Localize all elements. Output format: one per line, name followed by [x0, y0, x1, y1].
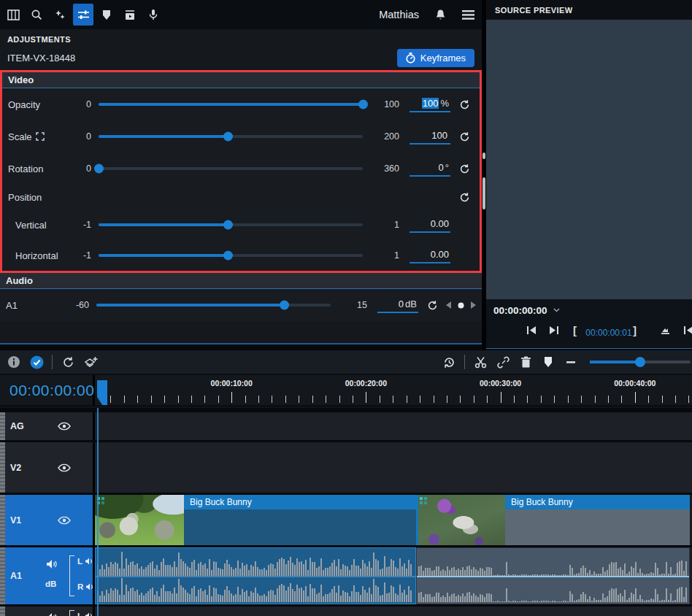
add-keyframe-icon[interactable] — [458, 302, 464, 309]
keyframes-button[interactable]: Keyframes — [397, 49, 474, 67]
clip-duration[interactable]: 00:00:00:01 — [585, 328, 633, 338]
track-ag-header[interactable]: AG — [0, 412, 95, 440]
track-a1-header[interactable]: A1 dB L R — [0, 547, 95, 604]
vertical-input[interactable]: 0.00 — [410, 217, 450, 233]
audio-clip-1[interactable] — [95, 547, 416, 604]
go-to-start-icon[interactable] — [683, 326, 692, 335]
refresh-icon[interactable] — [58, 353, 77, 371]
approve-check-icon[interactable] — [27, 353, 46, 371]
a1-input[interactable]: 0dB — [377, 297, 418, 313]
history-icon[interactable] — [439, 353, 458, 371]
add-layer-icon[interactable] — [81, 353, 100, 371]
track-v2-visibility-icon[interactable] — [58, 463, 71, 471]
track-a1-db-label[interactable]: dB — [45, 580, 56, 588]
scrollbar-mark[interactable] — [483, 153, 485, 159]
vertical-slider-handle[interactable] — [223, 220, 233, 230]
scale-reset-icon[interactable] — [455, 131, 474, 142]
track-v2-content[interactable] — [95, 442, 692, 493]
track-ag-content[interactable] — [95, 412, 692, 440]
opacity-slider-handle[interactable] — [358, 100, 368, 109]
track-drag-grip[interactable] — [0, 607, 5, 616]
track-drag-grip[interactable] — [0, 495, 5, 545]
go-to-in-icon[interactable] — [526, 326, 537, 335]
adjustments-icon[interactable] — [73, 4, 93, 26]
track-a1-mute-icon[interactable] — [46, 559, 58, 569]
video-clip-1[interactable]: Big Buck Bunny — [95, 495, 416, 545]
cut-icon[interactable] — [471, 353, 490, 371]
horizontal-input[interactable]: 0.00 — [410, 247, 450, 263]
zoom-out-icon[interactable] — [561, 353, 580, 371]
source-preview-viewport[interactable] — [486, 20, 692, 299]
track-ag-visibility-icon[interactable] — [58, 423, 71, 431]
rotation-slider-handle[interactable] — [94, 164, 104, 174]
scale-slider-handle[interactable] — [223, 132, 233, 142]
horizontal-row: Horizontal -1 1 0.00 — [2, 240, 480, 271]
scale-input[interactable]: 100 — [410, 128, 450, 145]
delete-icon[interactable] — [516, 353, 535, 371]
search-icon[interactable] — [26, 4, 47, 26]
track-v2-header[interactable]: V2 — [0, 442, 95, 493]
opacity-reset-icon[interactable] — [455, 99, 474, 110]
track-v1-content[interactable]: Big Buck Bunny Big Buck Bunny — [95, 495, 692, 545]
vertical-slider[interactable] — [99, 223, 363, 226]
track-a2-header[interactable]: L — [0, 607, 95, 616]
rotation-slider[interactable] — [99, 167, 363, 170]
scale-slider[interactable] — [99, 135, 363, 138]
track-a2-mute-icon[interactable] — [46, 612, 58, 616]
horizontal-slider-handle[interactable] — [223, 251, 233, 261]
go-to-out-icon[interactable] — [549, 326, 559, 335]
track-v1-header[interactable]: V1 — [0, 495, 95, 545]
mark-out-bracket[interactable]: ] — [633, 324, 637, 336]
track-drag-grip[interactable] — [0, 547, 5, 604]
position-reset-icon[interactable] — [455, 192, 474, 203]
horizontal-slider[interactable] — [99, 254, 363, 257]
channel-right[interactable]: R — [77, 582, 94, 591]
current-timecode[interactable]: 00:00:00:00 — [0, 375, 95, 405]
timeline-zoom-slider[interactable] — [590, 361, 691, 363]
export-icon[interactable] — [120, 4, 140, 26]
toolbar-right-group: Matthias — [379, 9, 474, 20]
scrollbar-thumb[interactable] — [483, 177, 485, 209]
marker-icon[interactable] — [96, 4, 117, 26]
opacity-slider[interactable] — [99, 103, 363, 106]
notifications-icon[interactable] — [435, 9, 446, 20]
audio-clip-2[interactable] — [416, 547, 690, 604]
track-a1-content[interactable] — [95, 547, 692, 604]
zoom-slider-handle[interactable] — [635, 357, 645, 367]
link-icon[interactable] — [493, 353, 512, 371]
chevron-down-icon[interactable] — [553, 308, 560, 312]
timeline-ruler[interactable]: 00:00:10:0000:00:20:0000:00:30:0000:00:4… — [97, 375, 692, 405]
volume-line[interactable] — [417, 576, 689, 577]
playhead-marker[interactable] — [97, 380, 107, 405]
a1-reset-icon[interactable] — [423, 300, 442, 311]
channel-left[interactable]: L — [77, 612, 93, 616]
video-clip-2[interactable]: Big Buck Bunny — [416, 495, 690, 545]
rotation-input[interactable]: 0° — [410, 161, 450, 177]
adjustments-panel: Matthias ADJUSTMENTS ITEM-VX-18448 Keyfr… — [0, 0, 482, 344]
opacity-input[interactable]: 100% — [410, 96, 450, 112]
channel-left[interactable]: L — [77, 557, 93, 566]
overwrite-icon[interactable] — [660, 326, 671, 335]
marker-flag-icon[interactable] — [539, 353, 558, 371]
clip-title: Big Buck Bunny — [505, 495, 690, 509]
source-timecode[interactable]: 00:00:00:00 — [493, 305, 547, 316]
media-browser-icon[interactable] — [3, 4, 23, 26]
a1-slider-handle[interactable] — [280, 301, 289, 310]
menu-icon[interactable] — [462, 10, 474, 20]
item-id: ITEM-VX-18448 — [7, 53, 75, 63]
volume-line[interactable] — [96, 576, 415, 577]
prev-keyframe-icon[interactable] — [446, 301, 451, 309]
scale-label: Scale — [8, 131, 71, 142]
track-v1-visibility-icon[interactable] — [58, 516, 71, 524]
rotation-reset-icon[interactable] — [455, 163, 474, 174]
mark-in-bracket[interactable]: [ — [573, 324, 577, 336]
a1-volume-slider[interactable] — [96, 304, 331, 307]
effects-icon[interactable] — [50, 4, 70, 26]
voiceover-icon[interactable] — [143, 4, 164, 26]
info-icon[interactable] — [4, 353, 23, 371]
track-a2-content[interactable] — [95, 607, 692, 616]
track-drag-grip[interactable] — [0, 412, 5, 440]
next-keyframe-icon[interactable] — [471, 301, 476, 309]
user-name[interactable]: Matthias — [379, 9, 419, 20]
track-drag-grip[interactable] — [0, 442, 5, 493]
